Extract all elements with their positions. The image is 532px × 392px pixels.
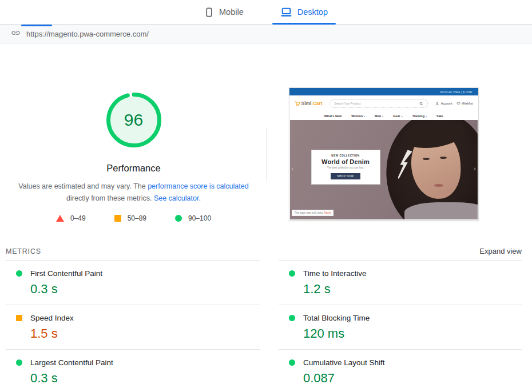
score-legend: 0–49 50–89 90–100 xyxy=(56,214,211,222)
metric-value: 0.3 s xyxy=(16,371,260,386)
metric-value: 0.3 s xyxy=(16,282,260,297)
metric-time-to-interactive: Time to Interactive 1.2 s xyxy=(279,260,522,305)
tab-mobile[interactable]: Mobile xyxy=(196,0,252,24)
cart-icon xyxy=(295,101,300,106)
search-icon xyxy=(419,102,423,106)
chevron-down-icon: ▾ xyxy=(364,115,365,118)
metric-speed-index: Speed Index 1.5 s xyxy=(6,305,260,349)
legend-pass-range: 90–100 xyxy=(188,214,211,222)
preview-search-bar: Search Your Product xyxy=(329,99,427,108)
score-calc-link[interactable]: performance score is calculated xyxy=(148,182,248,190)
metric-largest-contentful-paint: Largest Contentful Paint 0.3 s xyxy=(6,349,260,392)
preview-wishlist: Wishlist xyxy=(456,102,473,106)
chevron-down-icon: ▾ xyxy=(382,115,383,118)
metric-value: 120 ms xyxy=(289,326,522,341)
preview-nav-gear: Gear▾ xyxy=(393,114,403,118)
preview-nav: What's New Woman▾ Men▾ Gear▾ Training▾ S… xyxy=(289,111,478,120)
performance-gauge[interactable]: 96 xyxy=(106,93,161,147)
pass-circle-icon xyxy=(175,215,182,222)
tab-desktop-label: Desktop xyxy=(297,7,328,17)
preview-topbar: SimiCart PWA | $ USD xyxy=(289,88,478,95)
secondary-tab-indicator xyxy=(21,25,52,26)
score-panel: 96 Performance Values are estimated and … xyxy=(0,44,267,241)
shop-now-button[interactable]: SHOP NOW xyxy=(331,173,361,179)
hero-title: World of Denim xyxy=(312,158,380,165)
category-title: Performance xyxy=(106,163,160,174)
pass-circle-icon xyxy=(16,270,22,277)
summary-section: 96 Performance Values are estimated and … xyxy=(0,44,532,241)
metrics-grid: First Contentful Paint 0.3 s Time to Int… xyxy=(6,260,522,392)
metrics-section: METRICS Expand view First Contentful Pai… xyxy=(6,241,522,392)
preview-nav-sale: Sale xyxy=(436,114,443,118)
performance-score: 96 xyxy=(106,93,161,147)
legend-average-range: 50–89 xyxy=(128,214,146,222)
hero-model-lips xyxy=(434,184,443,187)
metric-first-contentful-paint: First Contentful Paint 0.3 s xyxy=(6,260,260,305)
chevron-down-icon: ▾ xyxy=(426,115,427,118)
preview-account: Account xyxy=(435,102,452,106)
expand-view-button[interactable]: Expand view xyxy=(479,247,522,255)
desktop-laptop-icon xyxy=(280,7,292,17)
score-disclaimer: Values are estimated and may vary. The p… xyxy=(14,181,254,205)
screenshot-panel: SimiCart PWA | $ USD SimiCart Search You… xyxy=(267,44,532,241)
simicart-logo: SimiCart xyxy=(295,101,323,106)
metric-value: 0.087 xyxy=(289,371,522,386)
average-square-icon xyxy=(16,315,22,321)
metric-value: 1.5 s xyxy=(16,326,260,341)
logo-simi: Simi xyxy=(301,101,312,106)
preview-nav-whats-new: What's New xyxy=(324,114,342,118)
hero-model-eye xyxy=(423,158,430,160)
disclaimer-text-2: directly from these metrics. xyxy=(66,194,152,202)
page-screenshot-thumbnail[interactable]: SimiCart PWA | $ USD SimiCart Search You… xyxy=(289,87,479,221)
legend-fail: 0–49 xyxy=(56,214,86,222)
account-icon xyxy=(435,102,439,106)
metric-total-blocking-time: Total Blocking Time 120 ms xyxy=(279,305,522,349)
preview-account-label: Account xyxy=(441,102,452,105)
carousel-next-icon: › xyxy=(474,166,475,172)
device-tabbar: Mobile Desktop xyxy=(0,0,532,25)
hero-promo-card: NEW COLLECTION World of Denim The best c… xyxy=(311,150,380,185)
legend-average: 50–89 xyxy=(114,214,146,222)
metric-value: 1.2 s xyxy=(289,282,522,297)
metrics-title: METRICS xyxy=(6,247,41,255)
average-square-icon xyxy=(114,215,121,222)
preview-wishlist-label: Wishlist xyxy=(462,102,473,105)
metric-cumulative-layout-shift: Cumulative Layout Shift 0.087 xyxy=(279,349,522,392)
pass-circle-icon xyxy=(16,359,22,366)
hero-model-sweater xyxy=(404,202,478,219)
hero-subtitle: The best collection you can find. xyxy=(312,166,380,169)
summary-divider xyxy=(267,127,267,182)
tab-mobile-label: Mobile xyxy=(219,7,244,17)
url-bar: https://magento.pwa-commerce.com/ xyxy=(0,25,532,44)
mobile-phone-icon xyxy=(204,7,214,18)
preview-nav-training: Training▾ xyxy=(412,114,427,118)
preview-topbar-text: SimiCart PWA | $ USD xyxy=(440,90,472,94)
preview-nav-woman: Woman▾ xyxy=(351,114,365,118)
pass-circle-icon xyxy=(289,315,295,321)
preview-hero-image: NEW COLLECTION World of Denim The best c… xyxy=(290,120,478,219)
analyzed-url: https://magento.pwa-commerce.com/ xyxy=(26,30,149,38)
see-calculator-link[interactable]: See calculator. xyxy=(154,194,201,202)
preview-search-placeholder: Search Your Product xyxy=(334,102,360,105)
hero-model-eye xyxy=(440,157,447,159)
logo-cart: Cart xyxy=(312,101,322,106)
tapita-link: Tapita xyxy=(324,211,331,214)
fail-triangle-icon xyxy=(56,215,64,222)
preview-nav-men: Men▾ xyxy=(375,114,383,118)
wishlist-heart-icon xyxy=(456,102,460,106)
metrics-header: METRICS Expand view xyxy=(6,241,522,260)
carousel-prev-icon: ‹ xyxy=(292,166,293,172)
chevron-down-icon: ▾ xyxy=(402,115,403,118)
legend-pass: 90–100 xyxy=(175,214,211,222)
hero-eyebrow: NEW COLLECTION xyxy=(312,154,380,157)
pass-circle-icon xyxy=(289,270,295,277)
preview-header: SimiCart Search Your Product Account Wis… xyxy=(289,95,478,111)
pass-circle-icon xyxy=(289,359,295,366)
tapita-badge: This page was built using Tapita xyxy=(292,210,334,216)
disclaimer-text-1: Values are estimated and may vary. The xyxy=(18,182,145,190)
tab-desktop[interactable]: Desktop xyxy=(272,0,336,24)
legend-fail-range: 0–49 xyxy=(70,214,86,222)
link-icon xyxy=(11,28,21,40)
